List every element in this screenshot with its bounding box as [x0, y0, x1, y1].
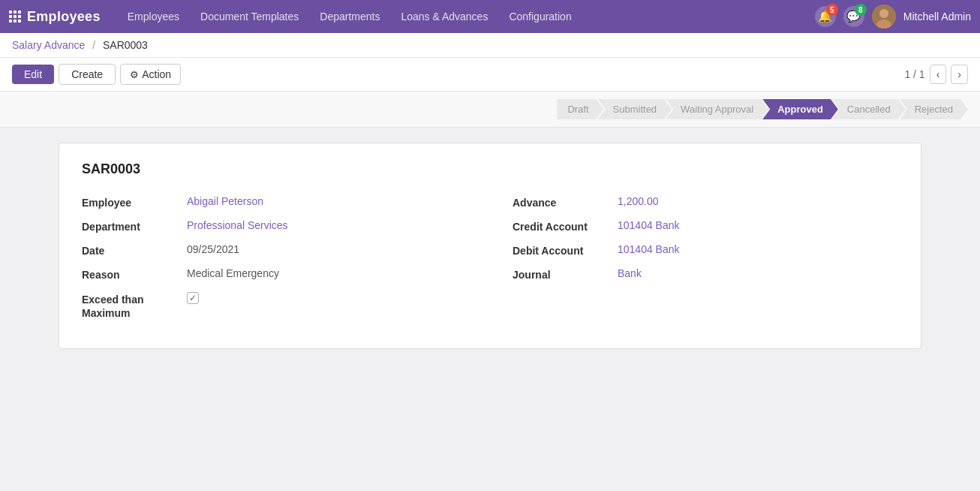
- form-row-department: Department Professional Services: [82, 219, 467, 233]
- status-cancelled[interactable]: Cancelled: [832, 99, 906, 119]
- breadcrumb-current: SAR0003: [103, 39, 148, 51]
- status-draft-label: Draft: [567, 104, 588, 115]
- status-rejected[interactable]: Rejected: [900, 99, 968, 119]
- status-cancelled-label: Cancelled: [847, 104, 891, 115]
- nav-right: 🔔 5 💬 8 Mitchell Admin: [815, 5, 971, 29]
- form-row-date: Date 09/25/2021: [82, 243, 467, 257]
- form-row-exceed: Exceed thanMaximum ✓: [82, 291, 467, 320]
- pagination-text: 1 / 1: [904, 68, 924, 80]
- journal-value[interactable]: Bank: [618, 267, 642, 279]
- exceed-checkbox-box: ✓: [187, 292, 199, 304]
- form-row-debit-account: Debit Account 101404 Bank: [513, 243, 898, 257]
- messages-icon[interactable]: 💬 8: [843, 6, 864, 27]
- form-card: SAR0003 Employee Abigail Peterson Depart…: [59, 143, 921, 349]
- app-logo[interactable]: Employees: [27, 9, 101, 25]
- pagination-area: 1 / 1 ‹ ›: [904, 65, 968, 84]
- date-value: 09/25/2021: [187, 243, 239, 255]
- department-label: Department: [82, 219, 187, 233]
- form-row-reason: Reason Medical Emergency: [82, 267, 467, 281]
- nav-links: Employees Document Templates Departments…: [119, 6, 815, 27]
- exceed-checkbox[interactable]: ✓: [187, 291, 199, 304]
- action-label: Action: [142, 68, 171, 80]
- reason-value: Medical Emergency: [187, 267, 279, 279]
- debit-account-value[interactable]: 101404 Bank: [618, 243, 680, 255]
- nav-employees[interactable]: Employees: [119, 6, 188, 27]
- nav-configuration[interactable]: Configuration: [500, 6, 580, 27]
- record-reference: SAR0003: [82, 161, 898, 177]
- breadcrumb: Salary Advance / SAR0003: [0, 33, 980, 58]
- nav-loans-advances[interactable]: Loans & Advances: [392, 6, 497, 27]
- status-rejected-label: Rejected: [915, 104, 953, 115]
- messages-count: 8: [855, 4, 867, 16]
- status-waiting-approval[interactable]: Waiting Approval: [666, 99, 768, 119]
- form-grid: Employee Abigail Peterson Department Pro…: [82, 195, 898, 330]
- top-navigation: Employees Employees Document Templates D…: [0, 0, 980, 33]
- user-name[interactable]: Mitchell Admin: [903, 11, 971, 23]
- status-approved[interactable]: Approved: [762, 99, 838, 119]
- debit-account-label: Debit Account: [513, 243, 618, 257]
- notifications-bell[interactable]: 🔔 5: [815, 6, 836, 27]
- breadcrumb-separator: /: [92, 39, 95, 51]
- form-right-section: Advance 1,200.00 Credit Account 101404 B…: [513, 195, 898, 330]
- form-row-credit-account: Credit Account 101404 Bank: [513, 219, 898, 233]
- credit-account-label: Credit Account: [513, 219, 618, 233]
- svg-point-1: [879, 9, 888, 18]
- date-label: Date: [82, 243, 187, 257]
- status-waiting-approval-label: Waiting Approval: [681, 104, 753, 115]
- nav-document-templates[interactable]: Document Templates: [191, 6, 308, 27]
- status-submitted[interactable]: Submitted: [598, 99, 672, 119]
- notifications-count: 5: [826, 4, 838, 16]
- breadcrumb-parent[interactable]: Salary Advance: [12, 39, 85, 51]
- employee-label: Employee: [82, 195, 187, 209]
- form-row-advance: Advance 1,200.00: [513, 195, 898, 209]
- user-avatar[interactable]: [872, 5, 896, 29]
- reason-label: Reason: [82, 267, 187, 281]
- nav-departments[interactable]: Departments: [311, 6, 389, 27]
- toolbar: Edit Create ⚙ Action 1 / 1 ‹ ›: [0, 58, 980, 92]
- form-row-employee: Employee Abigail Peterson: [82, 195, 467, 209]
- form-row-journal: Journal Bank: [513, 267, 898, 281]
- edit-button[interactable]: Edit: [12, 65, 54, 84]
- create-button[interactable]: Create: [59, 64, 116, 85]
- prev-record-button[interactable]: ‹: [930, 65, 947, 84]
- status-draft[interactable]: Draft: [557, 99, 603, 119]
- advance-value: 1,200.00: [618, 195, 659, 207]
- next-record-button[interactable]: ›: [951, 65, 968, 84]
- page-background: SAR0003 Employee Abigail Peterson Depart…: [0, 128, 980, 428]
- exceed-label: Exceed thanMaximum: [82, 291, 187, 320]
- status-submitted-label: Submitted: [613, 104, 657, 115]
- advance-label: Advance: [513, 195, 618, 209]
- gear-icon: ⚙: [130, 69, 139, 80]
- apps-grid-icon[interactable]: [9, 11, 21, 23]
- status-bar: Draft Submitted Waiting Approval Approve…: [0, 92, 980, 128]
- status-approved-label: Approved: [777, 104, 823, 115]
- employee-value[interactable]: Abigail Peterson: [187, 195, 263, 207]
- journal-label: Journal: [513, 267, 618, 281]
- form-left-section: Employee Abigail Peterson Department Pro…: [82, 195, 467, 330]
- credit-account-value[interactable]: 101404 Bank: [618, 219, 680, 231]
- action-button[interactable]: ⚙ Action: [120, 64, 181, 85]
- department-value[interactable]: Professional Services: [187, 219, 288, 231]
